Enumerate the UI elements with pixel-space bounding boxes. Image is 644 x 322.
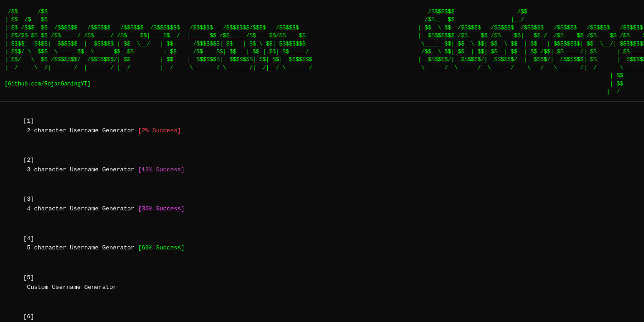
menu-item-2[interactable]: [2] 3 character Username Generator [13% … [0,146,644,185]
menu-item-3[interactable]: [3] 4 character Username Generator [36% … [0,185,644,224]
terminal: /$$ /$$ /$$$$$$$ /$$ | $$ /$ | $$ [0,0,644,322]
menu-item-6[interactable]: [6] About [0,302,644,322]
menu-item-1[interactable]: [1] 2 character Username Generator [2% S… [0,107,644,146]
menu-number-3: [3] [23,196,34,203]
menu-success-1: [2% Success] [138,127,181,134]
menu-item-5[interactable]: [5] Custom Username Generator [0,263,644,302]
menu-success-4: [69% Success] [138,244,184,251]
menu-success-3: [36% Success] [138,205,184,212]
menu-item-4[interactable]: [4] 5 character Username Generator [69% … [0,224,644,263]
menu-label-3: 4 character Username Generator [23,205,138,212]
top-divider [0,102,644,102]
menu-number-1: [1] [23,118,34,124]
menu-label-2: 3 character Username Generator [23,166,138,173]
menu-number-4: [4] [23,235,34,242]
menu-number-6: [6] [23,313,34,320]
menu-number-2: [2] [23,157,34,164]
menu-success-2: [13% Success] [138,166,184,173]
menu-label-5: Custom Username Generator [23,284,117,291]
menu-label-1: 2 character Username Generator [23,127,138,134]
menu-section: [1] 2 character Username Generator [2% S… [0,104,644,322]
ascii-art-banner: /$$ /$$ /$$$$$$$ /$$ | $$ /$ | $$ [0,5,644,100]
menu-label-4: 5 character Username Generator [23,244,138,251]
menu-number-5: [5] [23,274,34,281]
